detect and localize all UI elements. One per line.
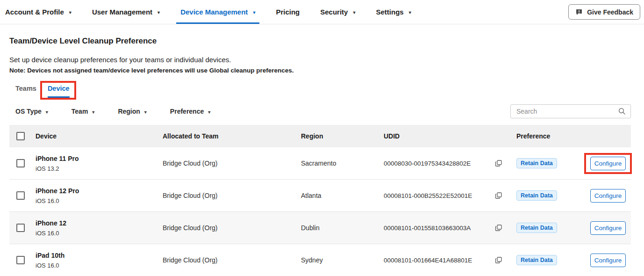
table-row: iPhone 11 Pro iOS 13.2 Bridge Cloud (Org… bbox=[9, 147, 631, 180]
nav-item[interactable]: Account & Profile ▾ bbox=[1, 0, 76, 24]
preference-badge: Retain Data bbox=[516, 223, 557, 233]
tab[interactable]: Teams bbox=[15, 85, 36, 92]
row-checkbox[interactable] bbox=[16, 256, 25, 264]
device-name: iPhone 12 Pro bbox=[36, 187, 163, 195]
nav-item-label: Device Management bbox=[180, 8, 248, 16]
filter-dropdown[interactable]: Region ▾ bbox=[118, 108, 146, 115]
chevron-down-icon: ▾ bbox=[353, 9, 355, 15]
device-name: iPhone 12 bbox=[36, 219, 163, 227]
feedback-bubble-icon bbox=[575, 8, 583, 16]
give-feedback-label: Give Feedback bbox=[587, 8, 633, 16]
give-feedback-button[interactable]: Give Feedback bbox=[568, 4, 640, 20]
device-os-version: iOS 16.0 bbox=[36, 230, 163, 237]
page-title: Team/Device Level Cleanup Preference bbox=[9, 36, 644, 46]
chevron-down-icon: ▾ bbox=[46, 109, 48, 115]
filter-label: Preference bbox=[170, 108, 204, 115]
device-name: iPad 10th bbox=[36, 252, 163, 259]
udid-value: 00008101-001664E41A68801E bbox=[384, 257, 472, 264]
nav-item[interactable]: User Management ▾ bbox=[88, 0, 164, 24]
copy-icon[interactable] bbox=[495, 192, 502, 199]
header-allocated-to-team: Allocated to Team bbox=[163, 132, 301, 140]
filter-dropdown[interactable]: Team ▾ bbox=[72, 108, 95, 115]
teams-device-tabs: Teams Device bbox=[15, 85, 644, 100]
tab-label: Device bbox=[48, 85, 70, 92]
region: Dublin bbox=[301, 224, 384, 232]
row-checkbox[interactable] bbox=[16, 159, 25, 167]
chevron-down-icon: ▾ bbox=[92, 109, 94, 115]
nav-item-label: Security bbox=[320, 8, 348, 16]
header-udid: UDID bbox=[384, 132, 516, 140]
header-region: Region bbox=[301, 132, 384, 140]
udid-value: 00008101-000B25522E52001E bbox=[384, 192, 472, 199]
tab[interactable]: Device bbox=[48, 85, 70, 92]
table-row: iPad 10th iOS 16.0 Bridge Cloud (Org) Sy… bbox=[9, 244, 631, 276]
copy-icon[interactable] bbox=[495, 224, 502, 232]
table-row: iPhone 12 Pro iOS 16.0 Bridge Cloud (Org… bbox=[9, 180, 631, 212]
region: Atlanta bbox=[301, 192, 384, 199]
device-name: iPhone 11 Pro bbox=[36, 155, 163, 162]
chevron-down-icon: ▾ bbox=[253, 9, 255, 15]
nav-item-label: Account & Profile bbox=[5, 8, 64, 16]
preference-badge: Retain Data bbox=[516, 255, 557, 265]
row-checkbox[interactable] bbox=[16, 191, 25, 200]
tab-label: Teams bbox=[15, 85, 36, 92]
udid-value: 00008101-001558103663003A bbox=[384, 225, 471, 232]
configure-button[interactable]: Configure bbox=[590, 189, 626, 203]
row-checkbox[interactable] bbox=[16, 224, 25, 232]
table-header-row: Device Allocated to Team Region UDID Pre… bbox=[9, 125, 631, 147]
search-box bbox=[510, 104, 631, 118]
udid-value: 00008030-001975343428802E bbox=[384, 160, 471, 167]
search-input[interactable] bbox=[511, 108, 618, 115]
copy-icon[interactable] bbox=[495, 256, 502, 264]
device-os-version: iOS 13.2 bbox=[36, 165, 163, 172]
copy-icon[interactable] bbox=[495, 160, 502, 167]
filter-label: Region bbox=[118, 108, 140, 115]
nav-item-label: Pricing bbox=[276, 8, 300, 16]
nav-item[interactable]: Pricing ▾ bbox=[272, 0, 304, 24]
allocated-team: Bridge Cloud (Org) bbox=[163, 192, 301, 199]
top-navbar: Account & Profile ▾ User Management ▾ De… bbox=[0, 0, 644, 24]
header-preference: Preference bbox=[516, 132, 631, 140]
filter-dropdown[interactable]: Preference ▾ bbox=[170, 108, 210, 115]
region: Sydney bbox=[301, 256, 384, 264]
filter-dropdown[interactable]: OS Type ▾ bbox=[15, 108, 48, 115]
preference-badge: Retain Data bbox=[516, 158, 557, 168]
allocated-team: Bridge Cloud (Org) bbox=[163, 256, 301, 264]
nav-item[interactable]: Device Management ▾ bbox=[176, 0, 259, 24]
nav-item[interactable]: Security ▾ bbox=[316, 0, 359, 24]
nav-item-label: User Management bbox=[92, 8, 152, 16]
nav-item[interactable]: Settings ▾ bbox=[372, 0, 415, 24]
allocated-team: Bridge Cloud (Org) bbox=[163, 160, 301, 167]
configure-button[interactable]: Configure bbox=[590, 254, 626, 267]
filter-label: OS Type bbox=[15, 108, 42, 115]
device-os-version: iOS 16.0 bbox=[36, 197, 163, 204]
page-note: Note: Devices not assigned team/device l… bbox=[9, 67, 644, 74]
chevron-down-icon: ▾ bbox=[144, 109, 147, 115]
nav-item-label: Settings bbox=[376, 8, 404, 16]
filter-label: Team bbox=[72, 108, 88, 115]
configure-button[interactable]: Configure bbox=[590, 221, 626, 235]
allocated-team: Bridge Cloud (Org) bbox=[163, 224, 301, 232]
preference-badge: Retain Data bbox=[516, 190, 557, 201]
page-description: Set up device cleanup preferences for yo… bbox=[9, 56, 644, 64]
device-os-version: iOS 16.0 bbox=[36, 262, 163, 269]
chevron-down-icon: ▾ bbox=[69, 9, 72, 15]
chevron-down-icon: ▾ bbox=[409, 9, 411, 15]
header-device: Device bbox=[36, 132, 163, 140]
device-table: Device Allocated to Team Region UDID Pre… bbox=[9, 125, 631, 276]
search-icon[interactable] bbox=[618, 108, 626, 115]
table-row: iPhone 12 iOS 16.0 Bridge Cloud (Org) Du… bbox=[9, 212, 631, 244]
chevron-down-icon: ▾ bbox=[208, 109, 210, 115]
filter-row: OS Type ▾ Team ▾ Region ▾ Preference ▾ bbox=[15, 104, 631, 118]
region: Sacramento bbox=[301, 160, 384, 167]
chevron-down-icon: ▾ bbox=[157, 9, 160, 15]
configure-button[interactable]: Configure bbox=[590, 157, 626, 170]
select-all-checkbox[interactable] bbox=[16, 132, 25, 140]
